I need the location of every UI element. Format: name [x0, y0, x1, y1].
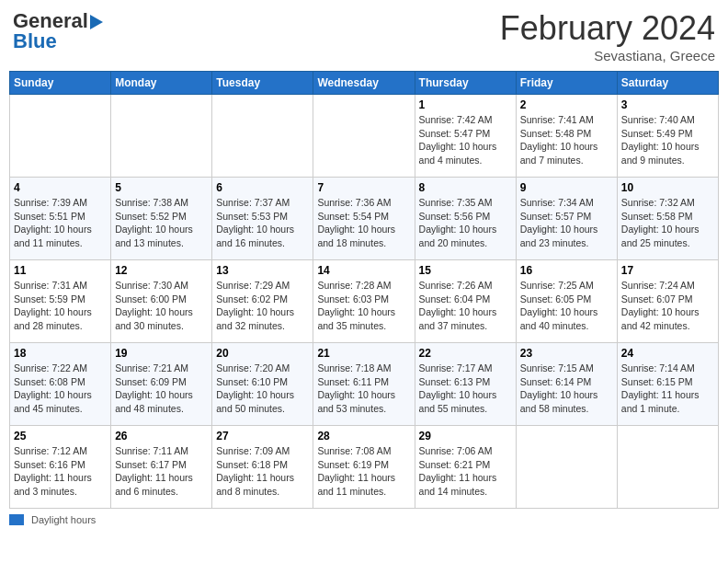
- day-number: 22: [419, 347, 512, 360]
- day-info: Sunrise: 7:26 AMSunset: 6:04 PMDaylight:…: [419, 279, 512, 333]
- day-number: 6: [216, 181, 309, 194]
- calendar-cell: 2Sunrise: 7:41 AMSunset: 5:48 PMDaylight…: [516, 95, 617, 178]
- day-info: Sunrise: 7:34 AMSunset: 5:57 PMDaylight:…: [520, 196, 613, 250]
- col-header-thursday: Thursday: [415, 72, 516, 95]
- day-number: 27: [216, 430, 309, 442]
- legend-color-box: [9, 514, 24, 525]
- day-number: 23: [520, 347, 613, 360]
- legend-label: Daylight hours: [31, 514, 96, 525]
- day-info: Sunrise: 7:11 AMSunset: 6:17 PMDaylight:…: [115, 444, 208, 499]
- location-title: Sevastiana, Greece: [500, 48, 715, 63]
- calendar-cell: 8Sunrise: 7:35 AMSunset: 5:56 PMDaylight…: [415, 178, 516, 260]
- day-number: 2: [520, 98, 613, 111]
- day-info: Sunrise: 7:25 AMSunset: 6:05 PMDaylight:…: [520, 279, 613, 333]
- calendar-cell: [10, 95, 111, 178]
- day-info: Sunrise: 7:24 AMSunset: 6:07 PMDaylight:…: [621, 279, 714, 333]
- day-number: 28: [317, 430, 410, 442]
- logo-arrow-icon: [90, 15, 103, 29]
- day-info: Sunrise: 7:39 AMSunset: 5:51 PMDaylight:…: [14, 196, 107, 250]
- col-header-monday: Monday: [111, 72, 212, 95]
- calendar-cell: 12Sunrise: 7:30 AMSunset: 6:00 PMDayligh…: [111, 260, 212, 343]
- calendar-cell: 9Sunrise: 7:34 AMSunset: 5:57 PMDaylight…: [516, 178, 617, 260]
- calendar-cell: [617, 426, 718, 509]
- day-info: Sunrise: 7:30 AMSunset: 6:00 PMDaylight:…: [115, 279, 208, 333]
- calendar-cell: 4Sunrise: 7:39 AMSunset: 5:51 PMDaylight…: [10, 178, 111, 260]
- logo: General Blue: [13, 9, 103, 53]
- day-number: 9: [520, 181, 613, 194]
- day-info: Sunrise: 7:28 AMSunset: 6:03 PMDaylight:…: [317, 279, 410, 333]
- calendar-cell: [313, 95, 415, 178]
- day-number: 20: [216, 347, 309, 360]
- day-number: 7: [317, 181, 410, 194]
- calendar-cell: 25Sunrise: 7:12 AMSunset: 6:16 PMDayligh…: [10, 426, 111, 509]
- col-header-saturday: Saturday: [617, 72, 718, 95]
- day-info: Sunrise: 7:06 AMSunset: 6:21 PMDaylight:…: [419, 444, 512, 499]
- day-info: Sunrise: 7:41 AMSunset: 5:48 PMDaylight:…: [520, 113, 613, 167]
- day-number: 16: [520, 264, 613, 277]
- day-number: 21: [317, 347, 410, 360]
- col-header-tuesday: Tuesday: [212, 72, 313, 95]
- day-info: Sunrise: 7:15 AMSunset: 6:14 PMDaylight:…: [520, 362, 613, 416]
- calendar-cell: 3Sunrise: 7:40 AMSunset: 5:49 PMDaylight…: [617, 95, 718, 178]
- calendar-cell: 10Sunrise: 7:32 AMSunset: 5:58 PMDayligh…: [617, 178, 718, 260]
- day-info: Sunrise: 7:14 AMSunset: 6:15 PMDaylight:…: [621, 362, 714, 416]
- day-info: Sunrise: 7:36 AMSunset: 5:54 PMDaylight:…: [317, 196, 410, 250]
- day-info: Sunrise: 7:09 AMSunset: 6:18 PMDaylight:…: [216, 444, 309, 499]
- day-number: 17: [621, 264, 714, 277]
- col-header-sunday: Sunday: [10, 72, 111, 95]
- day-number: 25: [14, 430, 107, 442]
- day-number: 13: [216, 264, 309, 277]
- day-info: Sunrise: 7:40 AMSunset: 5:49 PMDaylight:…: [621, 113, 714, 167]
- calendar-cell: 13Sunrise: 7:29 AMSunset: 6:02 PMDayligh…: [212, 260, 313, 343]
- calendar-cell: 21Sunrise: 7:18 AMSunset: 6:11 PMDayligh…: [313, 343, 415, 426]
- calendar-cell: 18Sunrise: 7:22 AMSunset: 6:08 PMDayligh…: [10, 343, 111, 426]
- day-number: 19: [115, 347, 208, 360]
- page-header: General Blue February 2024 Sevastiana, G…: [9, 9, 719, 63]
- calendar-cell: 26Sunrise: 7:11 AMSunset: 6:17 PMDayligh…: [111, 426, 212, 509]
- day-info: Sunrise: 7:17 AMSunset: 6:13 PMDaylight:…: [419, 362, 512, 416]
- day-info: Sunrise: 7:29 AMSunset: 6:02 PMDaylight:…: [216, 279, 309, 333]
- calendar-cell: 17Sunrise: 7:24 AMSunset: 6:07 PMDayligh…: [617, 260, 718, 343]
- day-number: 1: [419, 98, 512, 111]
- footer: Daylight hours: [9, 514, 719, 525]
- calendar-cell: 28Sunrise: 7:08 AMSunset: 6:19 PMDayligh…: [313, 426, 415, 509]
- day-number: 8: [419, 181, 512, 194]
- day-info: Sunrise: 7:21 AMSunset: 6:09 PMDaylight:…: [115, 362, 208, 416]
- title-block: February 2024 Sevastiana, Greece: [500, 9, 715, 63]
- col-header-wednesday: Wednesday: [313, 72, 415, 95]
- day-number: 11: [14, 264, 107, 277]
- calendar-cell: 19Sunrise: 7:21 AMSunset: 6:09 PMDayligh…: [111, 343, 212, 426]
- calendar-cell: 6Sunrise: 7:37 AMSunset: 5:53 PMDaylight…: [212, 178, 313, 260]
- calendar-cell: 15Sunrise: 7:26 AMSunset: 6:04 PMDayligh…: [415, 260, 516, 343]
- calendar-cell: 29Sunrise: 7:06 AMSunset: 6:21 PMDayligh…: [415, 426, 516, 509]
- day-info: Sunrise: 7:08 AMSunset: 6:19 PMDaylight:…: [317, 444, 410, 499]
- day-number: 14: [317, 264, 410, 277]
- logo-blue: Blue: [13, 29, 57, 53]
- day-number: 29: [419, 430, 512, 442]
- calendar-cell: 22Sunrise: 7:17 AMSunset: 6:13 PMDayligh…: [415, 343, 516, 426]
- day-number: 26: [115, 430, 208, 442]
- day-info: Sunrise: 7:42 AMSunset: 5:47 PMDaylight:…: [419, 113, 512, 167]
- calendar-cell: [516, 426, 617, 509]
- day-info: Sunrise: 7:38 AMSunset: 5:52 PMDaylight:…: [115, 196, 208, 250]
- calendar-cell: [212, 95, 313, 178]
- calendar-cell: 20Sunrise: 7:20 AMSunset: 6:10 PMDayligh…: [212, 343, 313, 426]
- day-info: Sunrise: 7:37 AMSunset: 5:53 PMDaylight:…: [216, 196, 309, 250]
- day-info: Sunrise: 7:31 AMSunset: 5:59 PMDaylight:…: [14, 279, 107, 333]
- day-info: Sunrise: 7:32 AMSunset: 5:58 PMDaylight:…: [621, 196, 714, 250]
- day-number: 18: [14, 347, 107, 360]
- calendar-cell: 5Sunrise: 7:38 AMSunset: 5:52 PMDaylight…: [111, 178, 212, 260]
- day-number: 24: [621, 347, 714, 360]
- calendar-table: SundayMondayTuesdayWednesdayThursdayFrid…: [9, 71, 719, 509]
- day-number: 15: [419, 264, 512, 277]
- col-header-friday: Friday: [516, 72, 617, 95]
- month-title: February 2024: [500, 9, 715, 48]
- day-info: Sunrise: 7:20 AMSunset: 6:10 PMDaylight:…: [216, 362, 309, 416]
- calendar-cell: 1Sunrise: 7:42 AMSunset: 5:47 PMDaylight…: [415, 95, 516, 178]
- day-info: Sunrise: 7:35 AMSunset: 5:56 PMDaylight:…: [419, 196, 512, 250]
- day-number: 3: [621, 98, 714, 111]
- calendar-cell: 23Sunrise: 7:15 AMSunset: 6:14 PMDayligh…: [516, 343, 617, 426]
- day-info: Sunrise: 7:18 AMSunset: 6:11 PMDaylight:…: [317, 362, 410, 416]
- day-info: Sunrise: 7:12 AMSunset: 6:16 PMDaylight:…: [14, 444, 107, 499]
- day-number: 10: [621, 181, 714, 194]
